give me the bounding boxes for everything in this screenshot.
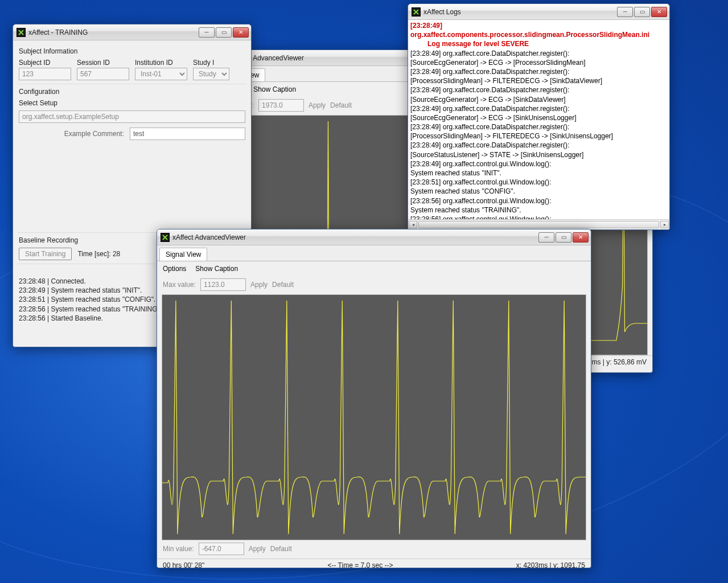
- example-comment-input[interactable]: [130, 128, 245, 140]
- time-label: Time [sec]: 28: [77, 250, 120, 258]
- app-icon: [17, 28, 26, 37]
- apply-button[interactable]: Apply: [309, 101, 326, 109]
- maximize-button[interactable]: ▭: [216, 27, 232, 38]
- close-button[interactable]: ✕: [233, 27, 249, 38]
- scroll-left-icon[interactable]: ◂: [409, 221, 417, 228]
- default-button[interactable]: Default: [330, 101, 352, 109]
- menu-show-caption[interactable]: Show Caption: [195, 265, 238, 273]
- study-id-label: Study I: [193, 59, 229, 67]
- minimize-button[interactable]: ─: [199, 27, 215, 38]
- setup-input[interactable]: [19, 110, 245, 123]
- min-value-label: Min value:: [163, 545, 194, 553]
- institution-id-select[interactable]: Inst-01: [135, 68, 187, 80]
- minimize-button[interactable]: ─: [617, 7, 633, 17]
- configuration-header: Configuration: [19, 88, 245, 96]
- max-value-label: Max value:: [163, 281, 196, 289]
- minimize-button[interactable]: ─: [538, 232, 554, 243]
- status-left: 00 hrs 00' 28": [163, 561, 204, 568]
- maximize-button[interactable]: ▭: [634, 7, 650, 17]
- logs-content: [23:28:49] org.xaffect.components.proces…: [408, 20, 669, 219]
- subject-id-label: Subject ID: [19, 59, 71, 67]
- start-training-button[interactable]: Start Training: [19, 248, 72, 260]
- max-value-input[interactable]: [200, 278, 246, 291]
- close-button[interactable]: ✕: [651, 7, 667, 17]
- titlebar[interactable]: xAffect AdvancedViewer ─ ▭ ✕: [157, 229, 591, 245]
- advanced-viewer-window-front[interactable]: xAffect AdvancedViewer ─ ▭ ✕ Signal View…: [157, 229, 591, 568]
- scroll-right-icon[interactable]: ▸: [660, 221, 669, 228]
- window-title: xAffect Logs: [423, 8, 616, 16]
- max-value-input[interactable]: [258, 99, 304, 112]
- tab-signal-view[interactable]: Signal View: [159, 248, 207, 261]
- app-icon: [412, 7, 421, 17]
- example-comment-label: Example Comment:: [19, 130, 124, 138]
- subject-id-input[interactable]: [19, 68, 71, 80]
- horizontal-scrollbar[interactable]: ◂ ▸: [408, 219, 669, 229]
- window-title: xAffect AdvancedViewer: [172, 233, 537, 241]
- status-right: ms | y: 526,86 mV: [592, 358, 647, 366]
- subject-info-header: Subject Information: [19, 47, 245, 55]
- titlebar[interactable]: xAffect - TRAINING ─ ▭ ✕: [13, 24, 251, 40]
- close-button[interactable]: ✕: [573, 232, 589, 243]
- app-icon: [161, 233, 170, 242]
- select-setup-label: Select Setup: [19, 99, 245, 107]
- titlebar[interactable]: xAffect Logs ─ ▭ ✕: [408, 4, 669, 20]
- apply-button[interactable]: Apply: [250, 281, 268, 289]
- study-id-select[interactable]: Study-: [193, 68, 229, 80]
- status-mid: <-- Time = 7.0 sec -->: [328, 561, 393, 568]
- logs-window[interactable]: xAffect Logs ─ ▭ ✕ [23:28:49] org.xaffec…: [408, 3, 670, 230]
- session-id-label: Session ID: [77, 59, 129, 67]
- scroll-thumb[interactable]: [418, 221, 659, 228]
- menu-options[interactable]: Options: [163, 265, 186, 273]
- status-right: x: 4203ms | y: 1091,75: [516, 561, 585, 568]
- menu-show-caption[interactable]: Show Caption: [253, 85, 296, 93]
- apply-button-min[interactable]: Apply: [249, 545, 266, 553]
- institution-id-label: Institution ID: [135, 59, 187, 67]
- session-id-input[interactable]: [77, 68, 129, 80]
- default-button-min[interactable]: Default: [270, 545, 292, 553]
- window-title: xAffect - TRAINING: [28, 28, 198, 36]
- signal-canvas: [162, 295, 586, 540]
- min-value-input[interactable]: [199, 543, 244, 555]
- maximize-button[interactable]: ▭: [556, 232, 571, 243]
- default-button[interactable]: Default: [272, 281, 294, 289]
